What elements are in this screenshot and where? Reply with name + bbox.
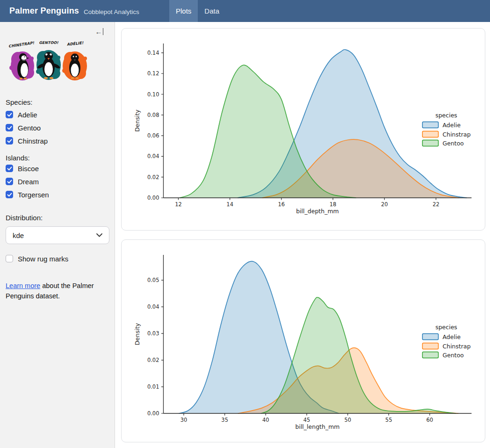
- dataset-note: Learn more about the Palmer Penguins dat…: [6, 281, 109, 301]
- collapse-bar-icon: [103, 28, 104, 35]
- svg-text:0.06: 0.06: [147, 132, 159, 139]
- svg-text:60: 60: [426, 417, 433, 423]
- svg-text:species: species: [435, 324, 457, 331]
- species-checkbox-chinstrap[interactable]: Chinstrap: [6, 134, 109, 147]
- distribution-label: Distribution:: [6, 214, 109, 222]
- svg-text:14: 14: [226, 201, 233, 208]
- svg-text:Density: Density: [134, 109, 141, 132]
- checkbox-label: Adelie: [18, 111, 37, 119]
- checkbox: [6, 255, 13, 262]
- svg-text:Adelie: Adelie: [443, 122, 461, 129]
- svg-text:species: species: [435, 112, 457, 119]
- svg-text:50: 50: [344, 417, 351, 423]
- svg-text:0.02: 0.02: [147, 174, 159, 181]
- svg-text:0.12: 0.12: [147, 70, 159, 77]
- checkbox: [6, 191, 13, 198]
- distribution-select[interactable]: kde: [6, 226, 109, 244]
- svg-text:0.08: 0.08: [147, 112, 159, 118]
- island-checkbox-biscoe[interactable]: Biscoe: [6, 162, 109, 175]
- species-group-label: Species:: [6, 98, 109, 106]
- sidebar-collapse-button[interactable]: ←: [95, 28, 104, 35]
- svg-text:0.04: 0.04: [147, 153, 159, 159]
- gentoo-label: GENTOO!: [39, 41, 58, 45]
- species-checkbox-gentoo[interactable]: Gentoo: [6, 121, 109, 134]
- svg-text:bill_depth_mm: bill_depth_mm: [296, 208, 339, 215]
- svg-text:55: 55: [385, 417, 392, 423]
- svg-text:30: 30: [180, 417, 187, 423]
- svg-text:18: 18: [330, 201, 337, 208]
- show-rug-marks-checkbox[interactable]: Show rug marks: [6, 252, 109, 265]
- app-title: Palmer Penguins: [9, 6, 79, 16]
- checkbox: [6, 111, 13, 118]
- svg-text:Chinstrap: Chinstrap: [443, 343, 471, 350]
- svg-text:20: 20: [381, 201, 388, 208]
- bill-length-kde-chart: 303540455055600.000.010.020.030.040.05bi…: [122, 240, 485, 442]
- adelie-label: ADÉLIE!: [67, 40, 84, 47]
- islands-group-label: Islands:: [6, 154, 109, 162]
- svg-text:Chinstrap: Chinstrap: [443, 131, 471, 138]
- sidebar: ←: [0, 22, 115, 448]
- svg-text:40: 40: [262, 417, 269, 423]
- nav-tabs: Plots Data: [169, 0, 226, 22]
- checkbox-label: Biscoe: [18, 165, 39, 173]
- penguin-artwork: CHINSTRAP! GENTOO! ADÉLIE!: [6, 39, 91, 84]
- bill-depth-plot-card: 1214161820220.000.020.040.060.080.100.12…: [121, 28, 485, 231]
- species-checkbox-adelie[interactable]: Adelie: [6, 108, 109, 121]
- brand-area: Palmer Penguins Cobblepot Analytics: [0, 0, 169, 22]
- svg-text:0.10: 0.10: [147, 91, 159, 98]
- bill-length-plot-card: 303540455055600.000.010.020.030.040.05bi…: [121, 239, 485, 442]
- bill-depth-kde-chart: 1214161820220.000.020.040.060.080.100.12…: [122, 29, 485, 230]
- main-content: 1214161820220.000.020.040.060.080.100.12…: [115, 22, 490, 448]
- chevron-down-icon: [96, 233, 102, 237]
- svg-text:0.00: 0.00: [147, 410, 159, 417]
- island-checkbox-torgersen[interactable]: Torgersen: [6, 188, 109, 201]
- svg-text:0.00: 0.00: [147, 195, 159, 201]
- checkbox-label: Dream: [18, 178, 39, 186]
- tab-plots[interactable]: Plots: [169, 0, 198, 22]
- checkbox-label: Torgersen: [18, 191, 49, 199]
- chinstrap-label: CHINSTRAP!: [8, 41, 35, 49]
- checkbox-label: Show rug marks: [18, 255, 68, 263]
- checkbox: [6, 137, 13, 145]
- navbar: Palmer Penguins Cobblepot Analytics Plot…: [0, 0, 490, 22]
- island-checkbox-dream[interactable]: Dream: [6, 175, 109, 188]
- svg-text:0.01: 0.01: [147, 383, 159, 390]
- svg-text:16: 16: [278, 201, 285, 208]
- svg-text:12: 12: [175, 201, 182, 208]
- svg-text:0.14: 0.14: [147, 50, 159, 56]
- checkbox-label: Chinstrap: [18, 137, 48, 145]
- app-subtitle: Cobblepot Analytics: [84, 8, 139, 15]
- learn-more-link[interactable]: Learn more: [6, 282, 40, 289]
- checkbox: [6, 178, 13, 185]
- svg-text:Density: Density: [134, 323, 141, 345]
- checkbox-label: Gentoo: [18, 124, 41, 132]
- tab-data[interactable]: Data: [198, 0, 226, 22]
- svg-text:22: 22: [432, 201, 440, 208]
- collapse-left-arrow-icon: ←: [95, 28, 102, 35]
- checkbox: [6, 124, 13, 131]
- svg-text:bill_length_mm: bill_length_mm: [295, 423, 339, 430]
- svg-text:0.04: 0.04: [147, 303, 159, 310]
- svg-text:Adelie: Adelie: [443, 333, 461, 340]
- checkbox: [6, 165, 13, 172]
- svg-text:0.05: 0.05: [147, 277, 159, 283]
- distribution-selected-value: kde: [13, 231, 24, 239]
- svg-text:35: 35: [221, 417, 228, 423]
- svg-text:0.02: 0.02: [147, 357, 159, 363]
- svg-text:45: 45: [303, 417, 310, 423]
- svg-text:0.03: 0.03: [147, 330, 159, 337]
- svg-text:Gentoo: Gentoo: [443, 352, 464, 359]
- svg-text:Gentoo: Gentoo: [443, 140, 464, 147]
